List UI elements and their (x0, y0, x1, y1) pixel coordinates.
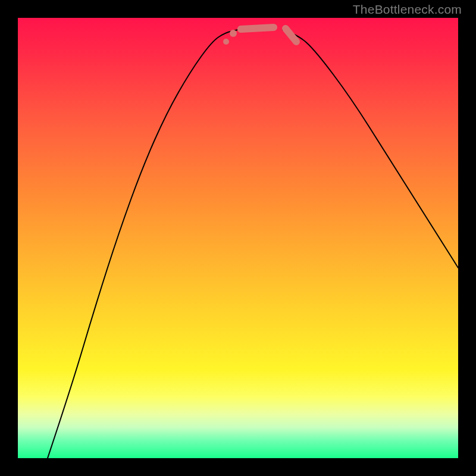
trough-marker-dot (230, 30, 237, 37)
trough-flat-segment (241, 27, 274, 29)
trough-markers (223, 26, 296, 45)
trough-right-segment (286, 29, 296, 42)
plot-area (18, 18, 458, 458)
trough-marker-dot (223, 39, 229, 45)
chart-frame: TheBottleneck.com (0, 0, 476, 476)
trough-marker-dot (237, 26, 245, 33)
right-ascending-curve (283, 30, 458, 268)
plot-svg (18, 18, 458, 458)
watermark-text: TheBottleneck.com (353, 2, 462, 17)
left-descending-curve (48, 30, 238, 458)
